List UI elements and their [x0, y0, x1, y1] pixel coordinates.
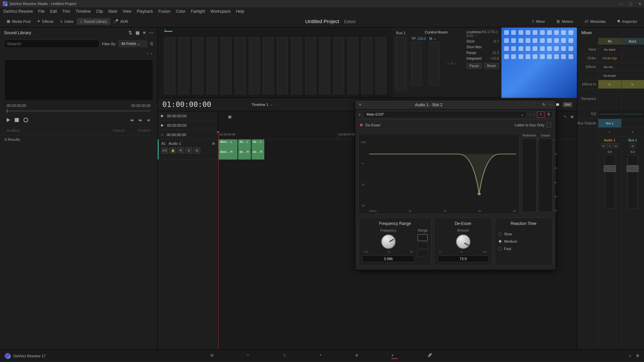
amount-value[interactable]: 73.9: [438, 255, 488, 262]
audio-clip[interactable]: de… L: [252, 139, 264, 149]
effect-slot[interactable]: De-Esser: [598, 71, 621, 80]
range-wide[interactable]: [418, 250, 428, 256]
volume-value[interactable]: 0.0: [161, 147, 168, 154]
fusion-page-icon[interactable]: ✦: [319, 353, 325, 359]
close-icon[interactable]: ✕: [638, 2, 641, 6]
record-button[interactable]: R: [177, 147, 184, 154]
menu-item[interactable]: Playback: [137, 9, 153, 14]
add-preset-icon[interactable]: +: [359, 113, 361, 117]
menu-item[interactable]: DaVinci Resolve: [3, 9, 33, 14]
skip-end-icon[interactable]: ⏯: [147, 118, 151, 122]
audition-button[interactable]: Audition: [7, 128, 20, 132]
menu-item[interactable]: Fusion: [158, 9, 170, 14]
revert-icon[interactable]: ↻: [542, 103, 545, 107]
audio-clip[interactable]: dees… R: [219, 149, 237, 160]
eq-graph[interactable]: 0dB-4-12-18 500Hz1k2k4k8k: [359, 134, 520, 214]
settings-icon[interactable]: ⚙: [636, 354, 639, 358]
ab-a[interactable]: A: [537, 112, 544, 118]
reaction-medium[interactable]: Medium: [498, 239, 549, 243]
fader[interactable]: [605, 155, 615, 208]
effect-slot[interactable]: De-Hu…: [598, 63, 621, 71]
enable-dot[interactable]: [360, 124, 363, 126]
fader[interactable]: [628, 155, 638, 208]
cancel-button[interactable]: Cancel: [113, 128, 124, 132]
sort-icon[interactable]: ⇅: [128, 30, 132, 35]
playhead[interactable]: [218, 131, 218, 349]
adr-button[interactable]: 🎤ADR: [110, 18, 131, 25]
menu-item[interactable]: View: [123, 9, 131, 14]
pause-button[interactable]: Pause: [467, 63, 482, 69]
pointer-icon[interactable]: ↖: [564, 115, 567, 119]
fx-badge[interactable]: fx: [212, 141, 215, 145]
bus-output[interactable]: Bus 1: [598, 119, 621, 128]
add-icon[interactable]: ⊕: [571, 115, 574, 119]
ab-b[interactable]: B: [545, 112, 552, 118]
home-icon[interactable]: ⌂: [629, 354, 631, 358]
effects-button[interactable]: ✦Effects: [34, 18, 57, 25]
mixer-button[interactable]: ⫴Mixer: [529, 18, 548, 25]
timeline-name[interactable]: Timeline 1: [252, 103, 268, 107]
menu-item[interactable]: Edit: [50, 9, 57, 14]
deliver-page-icon[interactable]: 🚀: [428, 353, 434, 359]
amount-knob[interactable]: [456, 234, 471, 249]
edit-page-icon[interactable]: ⫼: [283, 353, 289, 359]
tool-icon[interactable]: ▦: [228, 115, 231, 119]
media-pool-button[interactable]: ▦Media Pool: [3, 18, 34, 25]
filter-select[interactable]: All Fields ⌄: [118, 40, 147, 47]
grid-icon[interactable]: ▦: [136, 30, 140, 35]
filter-menu-icon[interactable]: ☰: [150, 42, 153, 46]
next-preset[interactable]: ›: [533, 113, 534, 117]
close-icon[interactable]: ✕: [359, 103, 362, 107]
menu-item[interactable]: Mark: [108, 9, 117, 14]
more-icon[interactable]: ⋯: [149, 30, 153, 35]
menu-item[interactable]: Trim: [62, 9, 70, 14]
dynamics-cell[interactable]: [598, 89, 621, 109]
skip-prev-icon[interactable]: ⏮: [130, 118, 134, 122]
audio-clip[interactable]: dees… L: [219, 139, 237, 149]
next-icon[interactable]: ›: [151, 51, 152, 55]
eq-cell[interactable]: [598, 109, 621, 119]
confirm-button[interactable]: Confirm: [138, 128, 151, 132]
maximize-icon[interactable]: ▢: [629, 2, 632, 6]
preset-select[interactable]: Male ESS* ⌄: [363, 111, 526, 118]
menu-item[interactable]: Fairlight: [191, 9, 205, 14]
index-button[interactable]: ≡Index: [57, 18, 76, 25]
cut-page-icon[interactable]: ✂: [247, 353, 253, 359]
meters-button[interactable]: ▥Meters: [553, 18, 577, 25]
menu-item[interactable]: Clip: [96, 9, 103, 14]
audio-clip[interactable]: de… R: [252, 149, 264, 160]
menu-item[interactable]: Workspace: [211, 9, 231, 14]
frequency-knob[interactable]: [381, 234, 396, 249]
prev-preset[interactable]: ‹: [529, 113, 531, 117]
inspector-button[interactable]: ✽Inspector: [614, 18, 641, 25]
menu-item[interactable]: Help: [236, 9, 244, 14]
listen-checkbox[interactable]: [546, 123, 551, 127]
effects-in[interactable]: In: [598, 80, 621, 89]
order-cell[interactable]: FX DY EQ: [598, 54, 621, 63]
lock-icon[interactable]: 🔒: [169, 147, 176, 154]
skip-next-icon[interactable]: ⏭: [139, 118, 142, 122]
menu-item[interactable]: Color: [176, 9, 185, 14]
input-cell[interactable]: No Input: [598, 45, 621, 54]
chevron-down-icon[interactable]: ⌄: [270, 103, 273, 106]
prev-icon[interactable]: ‹: [147, 51, 148, 55]
minimize-icon[interactable]: —: [619, 2, 623, 6]
range-narrow[interactable]: [418, 234, 428, 241]
audio-clip[interactable]: de… R: [238, 149, 251, 160]
scrub-bar[interactable]: [7, 110, 151, 112]
fairlight-page-icon[interactable]: ♪: [391, 353, 397, 359]
reaction-fast[interactable]: Fast: [498, 247, 549, 251]
loop-button[interactable]: [23, 118, 28, 122]
audio-clip[interactable]: de… L: [238, 139, 251, 149]
solo-button[interactable]: S: [185, 147, 192, 154]
range-mid[interactable]: [418, 242, 428, 249]
strip-head[interactable]: A1: [598, 38, 621, 45]
more-icon[interactable]: ⋯: [549, 103, 552, 107]
metadata-button[interactable]: 🏷Metadata: [581, 18, 609, 25]
color-page-icon[interactable]: ◉: [355, 353, 361, 359]
reset-button[interactable]: Reset: [484, 63, 499, 69]
list-icon[interactable]: ≡: [143, 30, 146, 35]
add-bus[interactable]: +: [598, 128, 621, 136]
sound-library-button[interactable]: ♪Sound Library: [77, 18, 110, 25]
effects-in[interactable]: In: [622, 80, 644, 89]
